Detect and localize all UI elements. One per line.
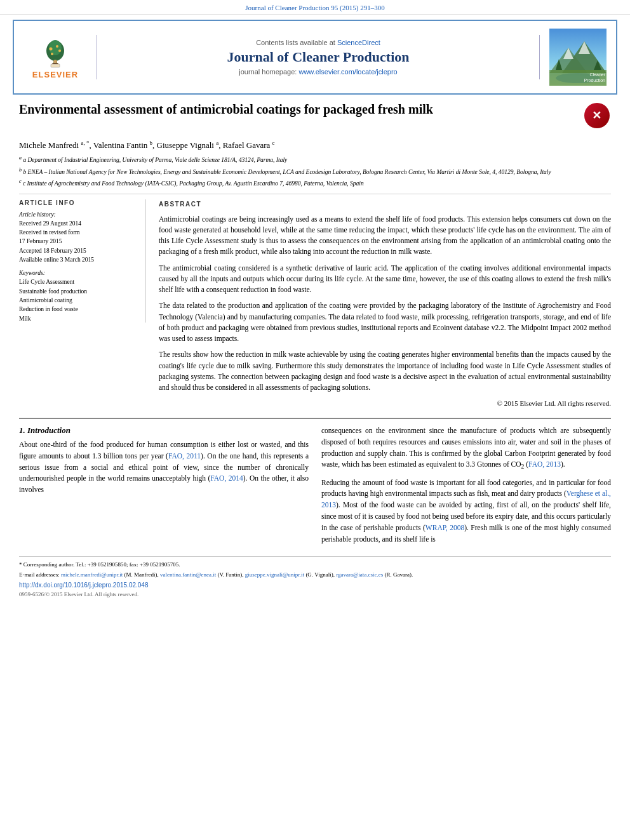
author-sup-a: a, * [81, 140, 89, 146]
article-info-heading: ARTICLE INFO [19, 199, 136, 206]
top-citation-bar: Journal of Cleaner Production 95 (2015) … [0, 0, 630, 15]
article-info-box: ARTICLE INFO Article history: Received 2… [19, 199, 146, 323]
homepage-label: journal homepage: [239, 68, 297, 76]
journal-cover-image: Cleaner Production [549, 29, 607, 86]
abstract-section: ABSTRACT Antimicrobial coatings are bein… [159, 199, 611, 409]
article-info-abstract-section: ARTICLE INFO Article history: Received 2… [19, 199, 611, 409]
body-left-col: 1. Introduction About one-third of the f… [19, 425, 309, 550]
email-label: E-mail addresses: [19, 571, 60, 578]
contents-text: Contents lists available at [256, 39, 335, 46]
svg-point-3 [49, 48, 52, 51]
affil-c: c c Institute of Agrochemistry and Food … [19, 178, 611, 188]
journal-citation: Journal of Cleaner Production 95 (2015) … [245, 4, 384, 11]
homepage-url[interactable]: www.elsevier.com/locate/jclepro [298, 68, 397, 76]
abstract-para-2: The antimicrobial coating considered is … [159, 263, 611, 296]
author-vignali: Giuseppe Vignali [157, 140, 214, 150]
journal-homepage-line: journal homepage: www.elsevier.com/locat… [104, 68, 533, 76]
svg-point-6 [51, 53, 53, 55]
crossmark-badge[interactable]: ✕ [582, 101, 611, 130]
cover-line1: Cleaner [589, 72, 605, 77]
fao-2014-link[interactable]: FAO, 2014 [210, 474, 243, 482]
abstract-para-3: The data related to the production and a… [159, 300, 611, 344]
keyword-milk: Milk [19, 315, 136, 323]
right-para-2: Reducing the amount of food waste is imp… [321, 477, 611, 545]
doi-link[interactable]: http://dx.doi.org/10.1016/j.jclepro.2015… [19, 582, 611, 589]
author-sup-c: c [272, 140, 275, 146]
right-para-1: consequences on the environment since th… [321, 425, 611, 472]
intro-number: 1. [19, 425, 25, 435]
article-history: Article history: Received 29 August 2014… [19, 211, 136, 264]
body-divider [19, 418, 611, 419]
cover-text: Cleaner Production [584, 72, 605, 83]
email-manfredi[interactable]: michele.manfredi@unipr.it [61, 571, 123, 578]
abstract-copyright: © 2015 Elsevier Ltd. All rights reserved… [159, 398, 611, 409]
crossmark-icon: ✕ [584, 103, 610, 128]
email-vignali[interactable]: giuseppe.vignali@unipr.it [245, 571, 304, 578]
abstract-para-4: The results show how the reduction in mi… [159, 349, 611, 393]
abstract-heading: ABSTRACT [159, 199, 611, 209]
email-note: E-mail addresses: michele.manfredi@unipr… [19, 571, 611, 579]
elsevier-logo: ELSEVIER [32, 35, 78, 79]
keywords-section: Keywords: Life Cycle Assessment Sustaina… [19, 270, 136, 323]
keyword-reduction: Reduction in food waste [19, 305, 136, 313]
article-info-col: ARTICLE INFO Article history: Received 2… [19, 199, 146, 409]
abstract-col: ABSTRACT Antimicrobial coatings are bein… [159, 199, 611, 409]
affiliations: a a Department of Industrial Engineering… [19, 154, 611, 188]
section-divider-1 [19, 194, 611, 194]
journal-header-right: Cleaner Production [540, 26, 616, 88]
svg-point-4 [56, 45, 58, 48]
abstract-para-1: Antimicrobial coatings are being increas… [159, 214, 611, 258]
article-title-section: Environmental assessment of antimicrobia… [19, 101, 611, 133]
body-right-col: consequences on the environment since th… [321, 425, 611, 550]
wrap-link[interactable]: WRAP, 2008 [426, 524, 464, 531]
verghese-link[interactable]: Verghese et al., 2013 [321, 490, 611, 509]
corresponding-author-note: * Corresponding author. Tel.: +39 052190… [19, 561, 611, 569]
copyright-footer: 0959-6526/© 2015 Elsevier Ltd. All right… [19, 591, 611, 597]
history-accepted: Accepted 18 February 2015 [19, 247, 136, 255]
elsevier-label: ELSEVIER [32, 70, 78, 79]
journal-header-left: ELSEVIER [14, 35, 97, 79]
affil-b: b b ENEA – Italian National Agency for N… [19, 166, 611, 177]
journal-header: ELSEVIER Contents lists available at Sci… [13, 20, 617, 95]
keywords-label: Keywords: [19, 270, 136, 276]
affil-a: a a Department of Industrial Engineering… [19, 154, 611, 164]
fao-2013-link[interactable]: FAO, 2013 [528, 460, 561, 468]
authors-line: Michele Manfredi a, *, Valentina Fantin … [19, 140, 611, 150]
journal-title-display: Journal of Cleaner Production [104, 49, 533, 65]
journal-header-center: Contents lists available at ScienceDirec… [97, 35, 540, 79]
intro-para-1: About one-third of the food produced for… [19, 439, 309, 496]
history-revised-date: 17 February 2015 [19, 237, 136, 245]
author-sup-b: b [150, 140, 153, 146]
history-received: Received 29 August 2014 [19, 220, 136, 227]
svg-point-5 [58, 50, 61, 52]
article-content: Environmental assessment of antimicrobia… [0, 101, 630, 419]
elsevier-tree-icon [33, 35, 77, 70]
footnote-section: * Corresponding author. Tel.: +39 052190… [19, 556, 611, 597]
keyword-antimicrobial: Antimicrobial coating [19, 297, 136, 304]
sciencedirect-line: Contents lists available at ScienceDirec… [104, 39, 533, 46]
page-wrapper: Journal of Cleaner Production 95 (2015) … [0, 0, 630, 597]
intro-section-title: 1. Introduction [19, 425, 309, 436]
author-gavara: Rafael Gavara [223, 140, 271, 150]
keyword-lca: Life Cycle Assessment [19, 278, 136, 286]
cover-line2: Production [584, 78, 605, 83]
history-revised-label: Received in revised form [19, 229, 136, 236]
keyword-sustainable: Sustainable food production [19, 288, 136, 295]
fao-2011-link[interactable]: FAO, 2011 [168, 452, 201, 460]
author-fantin: Valentina Fantin [93, 140, 148, 150]
body-content: 1. Introduction About one-third of the f… [0, 425, 630, 550]
svg-rect-9 [51, 64, 60, 67]
article-title: Environmental assessment of antimicrobia… [19, 101, 576, 117]
history-label: Article history: [19, 211, 136, 218]
author-sup-a2: a [216, 140, 218, 146]
sciencedirect-link[interactable]: ScienceDirect [337, 39, 380, 46]
email-fantin[interactable]: valentina.fantin@enea.it [160, 571, 216, 578]
history-online: Available online 3 March 2015 [19, 256, 136, 263]
email-gavara[interactable]: rgavara@iata.csic.es [336, 571, 383, 578]
intro-title: Introduction [27, 425, 70, 435]
author-manfredi: Michele Manfredi [19, 140, 79, 150]
